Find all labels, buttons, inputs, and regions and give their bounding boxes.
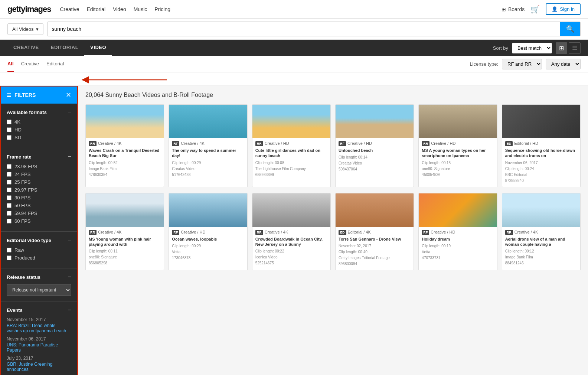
- license-label: License type:: [470, 61, 498, 67]
- sort-right: Sort by Best match ⊞ ☰: [493, 42, 581, 54]
- video-title: MS A young woman types on her smartphone…: [422, 148, 494, 159]
- nav-music[interactable]: Music: [134, 6, 147, 12]
- format-sd-checkbox[interactable]: [7, 135, 12, 140]
- content-area: 20,064 Sunny Beach Videos and B-Roll Foo…: [78, 86, 588, 375]
- release-status-collapse[interactable]: −: [68, 274, 71, 280]
- video-card[interactable]: RRCreative / 4KWaves Crash on a Tranquil…: [85, 104, 164, 187]
- frame-rate-collapse[interactable]: −: [68, 153, 71, 160]
- tab-editorial[interactable]: EDITORIAL: [45, 40, 84, 56]
- date-select[interactable]: Any date: [546, 59, 581, 69]
- list-view-button[interactable]: ☰: [569, 42, 581, 54]
- video-title: Torre San Gennaro - Drone View: [339, 237, 411, 242]
- format-sd[interactable]: SD: [7, 135, 71, 140]
- fps-60[interactable]: 60 FPS: [7, 218, 71, 224]
- events-collapse[interactable]: −: [68, 307, 71, 313]
- nav-editorial[interactable]: Editorial: [87, 6, 106, 12]
- filter-tab-all[interactable]: All: [7, 56, 14, 72]
- search-input[interactable]: [48, 23, 560, 35]
- category-tabs: CREATIVE EDITORIAL VIDEO Sort by Best ma…: [0, 40, 588, 56]
- format-hd[interactable]: HD: [7, 127, 71, 133]
- fps-25[interactable]: 25 FPS: [7, 179, 71, 185]
- video-type-row: RFCreative / HD: [422, 230, 494, 235]
- filter-tab-creative[interactable]: Creative: [21, 56, 39, 72]
- video-card[interactable]: RFCreative / HDHoliday dreamClip length:…: [418, 193, 497, 270]
- type-raw[interactable]: Raw: [7, 247, 71, 253]
- event-title-1[interactable]: UNS: Panorama Paradise Papers: [7, 342, 71, 353]
- frame-rate-label: Frame rate: [7, 154, 31, 160]
- video-meta: Clip length: 00:22Iconica Video525214675: [255, 248, 327, 266]
- video-card[interactable]: RRCreative / HDMS A young woman types on…: [418, 104, 497, 187]
- video-card[interactable]: RFCreative / HDUntouched beachClip lengt…: [335, 104, 414, 187]
- video-type-row: EDEditorial / 4K: [339, 230, 411, 235]
- filter-tab-editorial[interactable]: Editorial: [46, 56, 64, 72]
- fps-30[interactable]: 30 FPS: [7, 195, 71, 200]
- nav-creative[interactable]: Creative: [60, 6, 79, 12]
- video-thumbnail: [336, 193, 414, 227]
- fps-5994[interactable]: 59.94 FPS: [7, 211, 71, 216]
- editorial-type-collapse[interactable]: −: [68, 237, 71, 244]
- search-button[interactable]: 🔍: [560, 22, 580, 36]
- sign-in-button[interactable]: 👤 Sign in: [546, 3, 581, 15]
- video-card[interactable]: RFCreative / 4KThe only way to spend a s…: [169, 104, 247, 187]
- video-badge: RR: [89, 230, 97, 235]
- video-title: Aerial drone view of a man and woman cou…: [505, 237, 577, 247]
- video-meta: Clip length: 00:12Image Bank Film8849812…: [505, 248, 577, 266]
- video-card[interactable]: EDEditorial / 4KTorre San Gennaro - Dron…: [335, 193, 414, 270]
- fps-24[interactable]: 24 FPS: [7, 172, 71, 177]
- release-status-label: Release status: [7, 274, 40, 280]
- sort-select[interactable]: Best match: [512, 43, 552, 53]
- video-title: Waves Crash on a Tranquil Deserted Beach…: [89, 148, 161, 159]
- type-produced[interactable]: Produced: [7, 255, 71, 261]
- video-meta: Clip length: 00:11one80: Signature856805…: [89, 248, 161, 266]
- all-videos-dropdown[interactable]: All Videos ▾: [7, 23, 43, 35]
- available-formats-collapse[interactable]: −: [68, 109, 71, 115]
- video-type-row: EDEditorial / HD: [505, 141, 577, 146]
- video-meta: Clip length: 00:14Creatas Video508437064: [339, 154, 411, 172]
- video-card[interactable]: RRCreative / HDCute little girl dances w…: [252, 104, 331, 187]
- fps-50[interactable]: 50 FPS: [7, 203, 71, 208]
- event-title-0[interactable]: BRA: Brazil: Dead whale washes up on Ipa…: [7, 323, 71, 333]
- filters-label: FILTERS: [14, 92, 36, 98]
- grid-view-button[interactable]: ⊞: [556, 42, 567, 54]
- video-card-info: RRCreative / 4KAerial drone view of a ma…: [502, 227, 580, 270]
- release-dropdown[interactable]: Release not Important: [7, 284, 71, 296]
- video-card[interactable]: RRCreative / 4KMS Young woman with pink …: [85, 193, 164, 270]
- video-card-info: RRCreative / 4KMS Young woman with pink …: [86, 227, 164, 270]
- video-card-info: RRCreative / HDCute little girl dances w…: [252, 138, 330, 181]
- format-hd-checkbox[interactable]: [7, 127, 12, 132]
- boards-icon: ⊞: [502, 6, 506, 12]
- video-title: Crowded Boardwalk in Ocean City, New Jer…: [255, 237, 327, 247]
- format-4k[interactable]: 4K: [7, 119, 71, 125]
- video-card[interactable]: RRCreative / 4KAerial drone view of a ma…: [502, 193, 581, 270]
- tab-video[interactable]: VIDEO: [84, 40, 112, 56]
- sidebar: ☰ FILTERS ✕ Available formats − 4K HD SD: [0, 86, 78, 375]
- boards-button[interactable]: ⊞ Boards: [502, 6, 525, 12]
- sort-label: Sort by: [493, 45, 508, 51]
- available-formats-label: Available formats: [7, 110, 47, 115]
- nav-video[interactable]: Video: [113, 6, 126, 12]
- logo[interactable]: gettyimages: [7, 4, 51, 14]
- video-meta: Clip length: 00:15one80: Signature450054…: [422, 160, 494, 178]
- filter-icon: ☰: [7, 92, 12, 98]
- video-card-info: RFCreative / HDHoliday dreamClip length:…: [419, 227, 497, 264]
- events-section: Events − November 15, 2017 BRA: Brazil: …: [1, 301, 77, 375]
- video-meta: Clip length: 00:52Image Bank Film4786303…: [89, 160, 161, 178]
- fps-2398[interactable]: 23.98 FPS: [7, 164, 71, 169]
- filter-tabs-bar: All Creative Editorial License type: RF …: [0, 56, 588, 72]
- cart-icon[interactable]: 🛒: [530, 5, 540, 14]
- video-card[interactable]: RRCreative / 4KCrowded Boardwalk in Ocea…: [252, 193, 331, 270]
- close-filters-button[interactable]: ✕: [66, 91, 71, 99]
- nav-pricing[interactable]: Pricing: [154, 6, 170, 12]
- format-4k-checkbox[interactable]: [7, 120, 12, 124]
- video-card[interactable]: EDEditorial / HDSequence showing old hor…: [502, 104, 581, 187]
- release-status-header: Release status −: [7, 274, 71, 280]
- frame-rate-header: Frame rate −: [7, 153, 71, 160]
- event-title-2[interactable]: GBR: Justine Greening announces: [7, 362, 71, 372]
- fps-2997[interactable]: 29.97 FPS: [7, 187, 71, 193]
- video-badge: RF: [172, 230, 179, 235]
- tab-creative[interactable]: CREATIVE: [7, 40, 45, 56]
- video-card[interactable]: RFCreative / HDOcean waves, loopableClip…: [169, 193, 247, 270]
- license-select[interactable]: RF and RR: [502, 59, 542, 69]
- event-date-0: November 15, 2017: [7, 317, 71, 322]
- video-badge: ED: [339, 230, 346, 235]
